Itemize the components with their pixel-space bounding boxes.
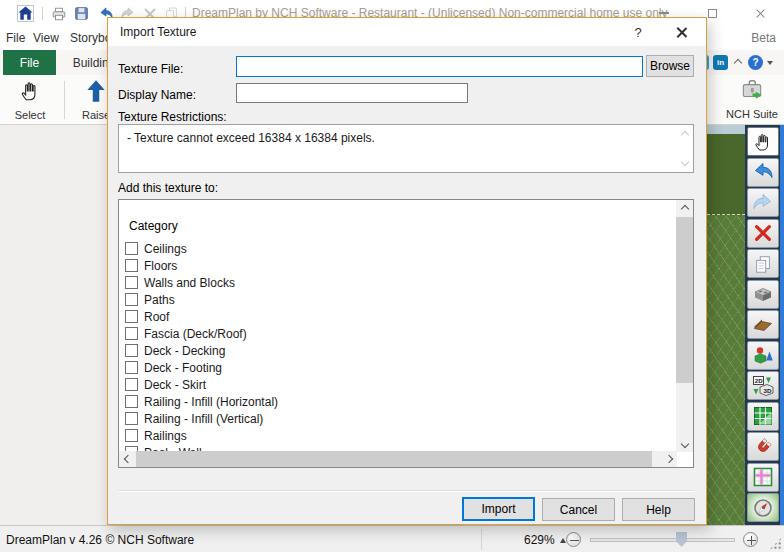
category-label: Railings [144,429,187,443]
compass-icon [752,497,774,519]
scroll-down-icon [681,158,689,166]
scrollbar-thumb[interactable] [136,451,652,467]
help-dropdown-icon[interactable] [767,61,773,65]
list-item[interactable]: Deck - Skirt [125,376,206,393]
nch-suite-button[interactable]: NCH Suite [722,76,782,123]
list-item[interactable]: Floors [125,257,177,274]
scroll-down-button[interactable] [676,435,693,452]
delete-tool-button[interactable] [747,219,779,248]
linkedin-icon[interactable]: in [713,55,728,70]
guides-grid-button[interactable] [747,463,779,492]
category-checkbox[interactable] [125,344,138,357]
compass-button[interactable] [747,493,779,522]
dialog-help-button[interactable]: ? [628,22,648,42]
display-name-input[interactable] [236,83,468,103]
redo-icon [752,192,774,214]
import-button[interactable]: Import [462,497,535,521]
scroll-left-button[interactable] [119,451,136,467]
terrain-grid-icon [752,405,774,427]
list-item[interactable]: Walls and Blocks [125,274,235,291]
dialog-close-button[interactable] [670,22,692,42]
svg-text:2D: 2D [754,377,762,384]
category-checkbox[interactable] [125,412,138,425]
magnet-icon [752,436,774,458]
zoom-in-button[interactable] [743,532,758,547]
2d-3d-icon: 2D3D [751,374,775,398]
save-icon[interactable] [73,5,90,22]
right-toolbar: 2D3D [745,125,780,525]
redo-tool-button[interactable] [747,188,779,217]
zoom-slider-thumb[interactable] [676,532,687,547]
help-icon[interactable]: ? [748,55,763,70]
list-item[interactable]: Railings [125,427,187,444]
restrictions-label: Texture Restrictions: [118,110,227,124]
texture-file-input[interactable] [236,56,643,77]
objects-tool-button[interactable] [747,341,779,370]
category-checkbox[interactable] [125,327,138,340]
list-item[interactable]: Deck - Decking [125,342,225,359]
dialog-title-bar[interactable]: Import Texture ? [108,18,706,46]
list-item[interactable]: Ceilings [125,240,187,257]
roof-tool-button[interactable] [747,310,779,339]
status-bar: DreamPlan v 4.26 © NCH Software 629% [0,525,784,552]
block-tool-button[interactable] [747,280,779,309]
category-checkbox[interactable] [125,361,138,374]
category-label: Deck - Footing [144,361,222,375]
menu-file[interactable]: File [6,31,25,45]
category-checkbox[interactable] [125,276,138,289]
category-label: Railing - Infill (Vertical) [144,412,263,426]
list-item[interactable]: Fascia (Deck/Roof) [125,325,247,342]
collapse-ribbon-icon[interactable] [734,58,742,66]
guide-grid-icon [752,466,774,488]
category-checkbox[interactable] [125,378,138,391]
print-icon[interactable] [50,5,67,22]
category-checkbox[interactable] [125,310,138,323]
category-label: Deck - Decking [144,344,225,358]
vertical-scrollbar[interactable] [676,200,693,452]
import-texture-dialog: Import Texture ? Texture File: Browse Di… [107,17,707,525]
category-checkbox[interactable] [125,242,138,255]
horizontal-scrollbar[interactable] [119,451,677,467]
scrollbar-thumb[interactable] [676,217,693,383]
zoom-level-value[interactable]: 629% [524,533,555,547]
copy-icon [753,254,773,274]
scroll-right-button[interactable] [660,451,677,467]
copy-tool-button[interactable] [747,249,779,278]
undo-tool-button[interactable] [747,158,779,187]
restrictions-box: - Texture cannot exceed 16384 x 16384 pi… [118,124,694,173]
select-tool-label: Select [2,109,58,121]
terrain-grid-button[interactable] [747,402,779,431]
resize-grip[interactable] [769,537,782,550]
tab-file[interactable]: File [3,50,56,75]
list-item[interactable]: Railing - Infill (Horizontal) [125,393,278,410]
scroll-up-button[interactable] [676,200,693,217]
list-item[interactable]: Railing - Infill (Vertical) [125,410,263,427]
list-item[interactable]: Roof [125,308,169,325]
app-logo-icon [17,5,34,22]
help-button[interactable]: Help [622,498,695,521]
list-item[interactable]: Deck - Footing [125,359,222,376]
select-hand-tool-button[interactable] [747,127,779,156]
category-checkbox[interactable] [125,293,138,306]
category-checkbox[interactable] [125,395,138,408]
texture-file-label: Texture File: [118,62,183,76]
close-button[interactable] [749,4,771,22]
select-tool-button[interactable]: Select [2,77,58,123]
divider [481,529,482,550]
dimension-toggle-button[interactable]: 2D3D [747,371,779,400]
divider [42,7,43,20]
dialog-title: Import Texture [120,25,196,39]
category-checkbox[interactable] [125,429,138,442]
divider [64,81,65,119]
delete-x-icon [753,223,773,243]
menu-view[interactable]: View [33,31,59,45]
browse-button[interactable]: Browse [646,55,694,77]
list-item[interactable]: Paths [125,291,175,308]
category-column-header[interactable]: Category [129,219,178,233]
nch-suite-label: NCH Suite [720,108,784,120]
zoom-slider-track[interactable] [590,538,735,542]
cancel-button[interactable]: Cancel [542,498,615,521]
zoom-out-button[interactable] [566,532,581,547]
category-checkbox[interactable] [125,259,138,272]
snap-tool-button[interactable] [747,432,779,461]
